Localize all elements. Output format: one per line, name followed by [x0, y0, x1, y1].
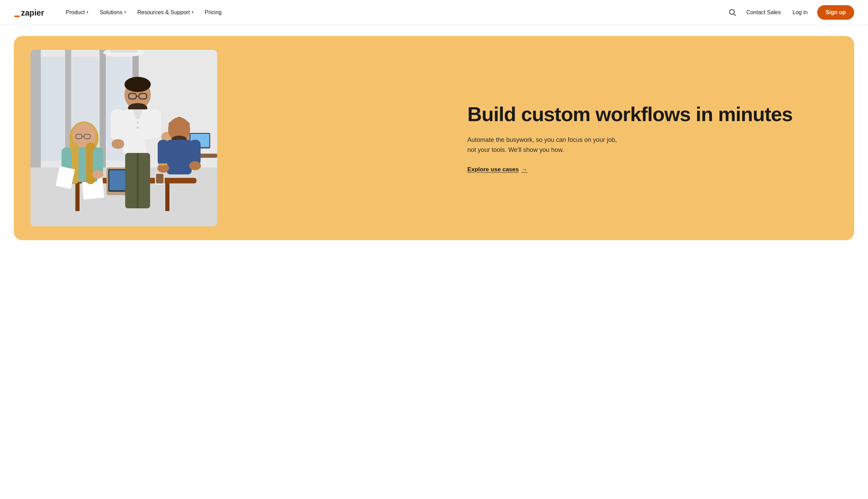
svg-rect-46: [147, 109, 161, 140]
zapier-logo-svg: zapier: [14, 7, 48, 18]
svg-point-63: [92, 170, 103, 179]
search-icon: [729, 9, 736, 16]
contact-sales-link[interactable]: Contact Sales: [741, 7, 786, 18]
svg-rect-34: [156, 174, 164, 183]
hero-image-container: [14, 36, 451, 240]
navbar: zapier Product ▾ Solutions ▾ Resources &…: [0, 0, 868, 25]
explore-use-cases-link[interactable]: Explore use cases →: [468, 166, 527, 173]
svg-rect-74: [159, 163, 167, 165]
svg-rect-25: [165, 183, 169, 211]
svg-rect-45: [111, 109, 125, 140]
login-link[interactable]: Log in: [788, 7, 813, 18]
svg-rect-6: [30, 50, 41, 167]
svg-line-3: [734, 14, 736, 16]
hero-headline: Build custom workflows in minutes: [468, 103, 832, 125]
svg-rect-10: [41, 57, 64, 161]
solutions-chevron-icon: ▾: [124, 10, 126, 15]
nav-solutions[interactable]: Solutions ▾: [95, 7, 131, 18]
svg-rect-51: [137, 153, 139, 208]
hero-image: [30, 50, 217, 226]
logo-link[interactable]: zapier: [14, 7, 48, 18]
nav-resources[interactable]: Resources & Support ▾: [132, 7, 198, 18]
hero-subtext: Automate the busywork, so you can focus …: [468, 135, 627, 155]
svg-point-36: [124, 77, 151, 92]
nav-pricing[interactable]: Pricing: [200, 7, 227, 18]
svg-point-44: [137, 127, 139, 129]
hero-section: Build custom workflows in minutes Automa…: [14, 36, 854, 240]
svg-rect-14: [110, 50, 138, 53]
resources-chevron-icon: ▾: [192, 10, 194, 15]
svg-point-43: [137, 121, 139, 124]
main-content: Build custom workflows in minutes Automa…: [0, 25, 868, 257]
main-nav: Product ▾ Solutions ▾ Resources & Suppor…: [61, 7, 726, 18]
signup-button[interactable]: Sign up: [817, 5, 854, 20]
navbar-right: Contact Sales Log in Sign up: [726, 5, 854, 20]
svg-rect-0: [14, 15, 20, 17]
office-scene-svg: [30, 50, 217, 226]
svg-text:zapier: zapier: [21, 8, 44, 17]
svg-point-73: [189, 161, 201, 170]
svg-rect-69: [167, 140, 192, 174]
product-chevron-icon: ▾: [86, 10, 89, 15]
svg-rect-70: [158, 140, 169, 166]
nav-product[interactable]: Product ▾: [61, 7, 93, 18]
hero-text-section: Build custom workflows in minutes Automa…: [451, 82, 854, 193]
search-button[interactable]: [726, 6, 739, 19]
svg-point-47: [112, 139, 124, 149]
svg-rect-24: [75, 183, 80, 211]
